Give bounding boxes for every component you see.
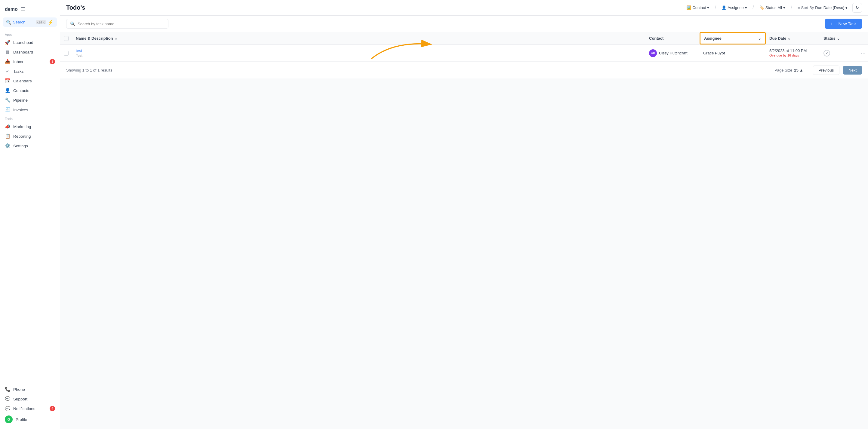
contact-name: Cissy Hutchcraft bbox=[659, 51, 687, 55]
contact-filter-chevron: ▾ bbox=[707, 5, 709, 10]
new-task-label: + New Task bbox=[835, 21, 857, 26]
sidebar-item-dashboard[interactable]: ▦ Dashboard bbox=[0, 47, 60, 57]
dashboard-icon: ▦ bbox=[5, 49, 10, 55]
assignee-filter-label: Assignee bbox=[727, 5, 743, 10]
filter-separator: / bbox=[715, 4, 716, 11]
sort-value: Due Date (Desc) bbox=[815, 5, 844, 10]
page-size-group: Page Size 25 ▲ bbox=[774, 68, 803, 72]
status-circle-button[interactable]: ✓ bbox=[824, 50, 830, 57]
th-name-sort-icon[interactable]: ⌄ bbox=[114, 36, 118, 41]
sidebar-item-support[interactable]: 💬 Support bbox=[0, 394, 60, 404]
support-icon: 💬 bbox=[5, 396, 10, 402]
task-table: Name & Description ⌄ Contact Assignee ⌄ … bbox=[60, 32, 868, 62]
sidebar-item-label: Invoices bbox=[13, 108, 55, 112]
select-all-checkbox[interactable] bbox=[64, 36, 69, 41]
assignee-filter-chevron: ▾ bbox=[745, 5, 747, 10]
overdue-text: Overdue by 16 days bbox=[769, 54, 799, 57]
filter-separator-2: / bbox=[752, 4, 754, 11]
sidebar-item-label: Tasks bbox=[13, 69, 55, 74]
th-name-label: Name & Description bbox=[76, 36, 113, 41]
status-filter-label: Status bbox=[766, 5, 777, 10]
sidebar-item-invoices[interactable]: 🧾 Invoices bbox=[0, 105, 60, 114]
page-size-value[interactable]: 25 ▲ bbox=[794, 68, 803, 72]
th-assignee: Assignee ⌄ bbox=[700, 32, 766, 44]
sidebar-item-phone[interactable]: 📞 Phone bbox=[0, 385, 60, 394]
page-header: Todo's 🖼️ Contact ▾ / 👤 Assignee ▾ / 🏷️ … bbox=[60, 0, 868, 15]
hamburger-icon[interactable]: ☰ bbox=[21, 6, 26, 12]
td-contact: CH Cissy Hutchcraft bbox=[645, 45, 700, 61]
logo-text: demo bbox=[5, 7, 18, 12]
row-checkbox[interactable] bbox=[64, 51, 69, 56]
sidebar-item-label: Settings bbox=[13, 144, 55, 148]
sidebar-item-reporting[interactable]: 📋 Reporting bbox=[0, 131, 60, 141]
table-row: test Test CH Cissy Hutchcraft Grace Puyo… bbox=[60, 45, 868, 62]
sidebar-item-notifications[interactable]: 💬 Notifications 4 bbox=[0, 404, 60, 414]
sidebar-item-marketing[interactable]: 📣 Marketing bbox=[0, 122, 60, 131]
marketing-icon: 📣 bbox=[5, 124, 10, 129]
status-filter-icon: 🏷️ bbox=[760, 5, 764, 10]
sidebar-item-label: Profile bbox=[16, 417, 55, 422]
previous-button[interactable]: Previous bbox=[813, 66, 840, 75]
reporting-icon: 📋 bbox=[5, 133, 10, 139]
new-task-button[interactable]: + + New Task bbox=[825, 19, 862, 29]
pagination-info: Showing 1 to 1 of 1 results bbox=[66, 68, 112, 72]
sidebar-item-inbox[interactable]: 📥 Inbox 1 bbox=[0, 57, 60, 66]
th-name: Name & Description ⌄ bbox=[72, 32, 645, 44]
sidebar-section-apps: Apps bbox=[0, 30, 60, 38]
assignee-name: Grace Puyot bbox=[703, 51, 725, 55]
due-date-value: 5/2/2023 at 11:00 PM bbox=[769, 48, 807, 53]
task-name-link[interactable]: test bbox=[76, 48, 82, 53]
new-task-plus-icon: + bbox=[830, 21, 833, 26]
sidebar-item-calendars[interactable]: 📅 Calendars bbox=[0, 76, 60, 86]
th-status-chevron[interactable]: ⌄ bbox=[837, 36, 840, 41]
contact-filter-button[interactable]: 🖼️ Contact ▾ bbox=[683, 4, 712, 11]
main-content: Todo's 🖼️ Contact ▾ / 👤 Assignee ▾ / 🏷️ … bbox=[60, 0, 868, 429]
sidebar-item-pipeline[interactable]: 🔧 Pipeline bbox=[0, 95, 60, 105]
next-button[interactable]: Next bbox=[843, 66, 862, 74]
sidebar-search-kbd: ctrl K bbox=[36, 20, 46, 24]
tasks-icon: ✓ bbox=[5, 69, 10, 74]
td-actions: ⋯ bbox=[856, 45, 868, 61]
sidebar-item-label: Contacts bbox=[13, 88, 55, 93]
notifications-badge: 4 bbox=[50, 406, 55, 411]
inbox-badge: 1 bbox=[50, 59, 55, 64]
toolbar: 🔍 + + New Task bbox=[60, 15, 868, 32]
th-due-date: Due Date ⌄ bbox=[766, 32, 820, 44]
refresh-icon: ↻ bbox=[856, 5, 859, 10]
sidebar-item-label: Calendars bbox=[13, 79, 55, 83]
status-filter-chevron: ▾ bbox=[783, 5, 785, 10]
settings-icon: ⚙️ bbox=[5, 143, 10, 148]
bolt-icon: ⚡ bbox=[48, 19, 54, 25]
search-input[interactable] bbox=[78, 22, 164, 26]
th-due-date-sort-icon[interactable]: ⌄ bbox=[787, 36, 791, 41]
th-due-date-label: Due Date bbox=[769, 36, 786, 41]
status-filter-button[interactable]: 🏷️ Status All ▾ bbox=[756, 4, 788, 11]
assignee-filter-button[interactable]: 👤 Assignee ▾ bbox=[718, 4, 750, 11]
th-contact-label: Contact bbox=[649, 36, 663, 41]
page-title: Todo's bbox=[66, 4, 85, 11]
th-actions bbox=[856, 32, 868, 44]
sort-label: Sort By bbox=[801, 5, 814, 10]
content-area: Name & Description ⌄ Contact Assignee ⌄ … bbox=[60, 32, 868, 429]
search-box[interactable]: 🔍 bbox=[66, 19, 168, 29]
th-assignee-label: Assignee bbox=[704, 36, 721, 41]
sidebar-item-label: Dashboard bbox=[13, 50, 55, 55]
sidebar-item-launchpad[interactable]: 🚀 Launchpad bbox=[0, 38, 60, 47]
sidebar-item-tasks[interactable]: ✓ Tasks bbox=[0, 66, 60, 76]
page-size-label: Page Size bbox=[774, 68, 792, 72]
row-actions-button[interactable]: ⋯ bbox=[860, 49, 867, 57]
sidebar-search-button[interactable]: 🔍 Search ctrl K ⚡ bbox=[3, 18, 57, 27]
sidebar-item-profile[interactable]: G Profile bbox=[0, 414, 60, 425]
td-due-date: 5/2/2023 at 11:00 PM Overdue by 16 days bbox=[766, 45, 820, 61]
task-description: Test bbox=[76, 54, 83, 58]
sidebar: demo ☰ 🔍 Search ctrl K ⚡ Apps 🚀 Launchpa… bbox=[0, 0, 60, 429]
sidebar-item-contacts[interactable]: 👤 Contacts bbox=[0, 86, 60, 95]
assignee-filter-icon: 👤 bbox=[721, 5, 726, 10]
th-status-label: Status bbox=[824, 36, 836, 41]
sort-icon: ≡ bbox=[798, 5, 800, 10]
status-check-icon: ✓ bbox=[825, 51, 829, 55]
refresh-button[interactable]: ↻ bbox=[852, 3, 862, 12]
sort-button[interactable]: ≡ Sort By Due Date (Desc) ▾ bbox=[795, 4, 850, 11]
sidebar-item-settings[interactable]: ⚙️ Settings bbox=[0, 141, 60, 151]
sidebar-section-tools: Tools bbox=[0, 114, 60, 122]
